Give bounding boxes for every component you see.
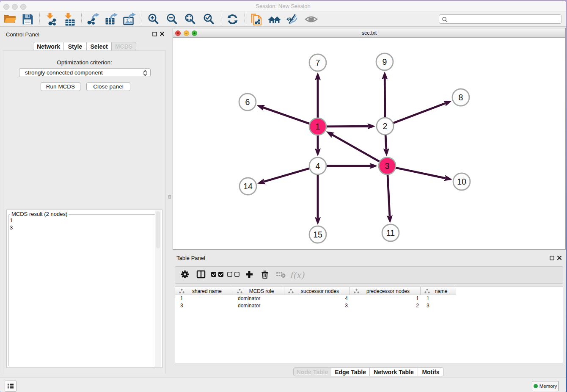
table-cell: 1 [175,295,234,302]
column-header-MCDS-role[interactable]: MCDS role [233,287,284,295]
deselect-all-button[interactable] [226,267,240,283]
memory-label: Memory [539,384,557,389]
tab-style[interactable]: Style [64,42,87,51]
gear-button[interactable] [178,267,192,283]
select-all-icon [210,270,224,280]
split-pane-button[interactable] [194,267,208,283]
zoom-fit-button[interactable] [182,13,198,27]
task-history-button[interactable] [5,381,17,392]
column-header-shared-name[interactable]: shared name [175,287,233,295]
close-panel-button[interactable]: Close panel [86,82,130,91]
toolbar-separator [221,13,221,24]
graph-node-11[interactable]: 11 [382,224,399,241]
graph-node-2[interactable]: 2 [377,118,394,135]
delete-button[interactable] [258,267,272,283]
tab-network[interactable]: Network [33,42,64,51]
tab-select[interactable]: Select [87,42,112,51]
mcds-result-list[interactable]: 13 [10,217,13,231]
search-input[interactable] [439,14,562,24]
toolbar-separator [39,13,40,24]
optimization-criterion-select[interactable]: strongly connected component [19,68,151,77]
export-table-button[interactable] [103,13,118,27]
graph-node-9[interactable]: 9 [376,53,393,70]
mcds-result-item[interactable]: 1 [10,217,13,224]
svg-text:10: 10 [457,177,466,186]
refresh-button[interactable] [225,13,240,27]
close-panel-icon[interactable] [160,31,165,36]
svg-text:1: 1 [316,122,320,131]
select-all-button[interactable] [210,267,224,283]
column-tree-icon [354,289,359,294]
graph-node-4[interactable]: 4 [309,157,326,174]
table-row[interactable]: 3dominator323 [175,302,458,309]
column-header-successor-nodes[interactable]: successor nodes [284,287,350,295]
graph-node-10[interactable]: 10 [453,173,470,190]
svg-text:11: 11 [386,228,395,237]
mcds-tab-content: Optimization criterion: strongly connect… [3,50,166,374]
table-tab-node-table[interactable]: Node Table [293,367,331,376]
table-cell: 1 [351,295,422,302]
hide-eye-button[interactable] [284,13,300,27]
export-table-icon [104,12,118,28]
network-graph-canvas[interactable]: 7 9 6 8 1 2 4 3 14 10 15 11 [173,38,565,249]
memory-button[interactable]: Memory [532,381,559,391]
float-table-panel-icon[interactable] [550,256,554,260]
import-table-button[interactable] [62,13,77,27]
svg-text:2: 2 [383,121,388,131]
vertical-splitter-handle[interactable] [168,195,171,199]
zoom-in-button[interactable] [146,13,161,27]
mcds-result-scrollbar[interactable] [155,210,161,367]
zoom-selected-button[interactable] [201,13,216,27]
genemania-homes-button[interactable] [267,13,282,27]
graph-edge-3-1[interactable] [332,135,387,166]
export-image-button[interactable] [121,13,137,27]
mcds-result-item[interactable]: 3 [10,224,13,232]
toolbar-separator [141,13,141,24]
genemania-homes-icon [267,12,281,28]
copy-share-button[interactable] [249,13,264,27]
save-session-button[interactable] [20,13,35,27]
graph-node-1[interactable]: 1 [309,118,326,135]
graph-node-15[interactable]: 15 [309,226,326,243]
table-tab-network-table[interactable]: Network Table [370,367,418,376]
function-button: f(x) [290,267,304,283]
column-header-predecessor-nodes[interactable]: predecessor nodes [350,287,421,295]
node-table: shared nameMCDS rolesuccessor nodesprede… [175,287,563,363]
mcds-scrollbar-thumb[interactable] [156,211,160,248]
close-table-panel-icon[interactable] [557,255,562,260]
run-mcds-button[interactable]: Run MCDS [41,82,80,91]
add-button[interactable] [242,267,256,283]
select-chevrons-icon [143,70,147,76]
column-tree-icon [237,289,242,294]
graph-node-3[interactable]: 3 [379,157,396,174]
tab-mcds[interactable]: MCDS [112,42,136,51]
svg-text:14: 14 [243,182,253,191]
import-network-button[interactable] [44,13,59,27]
import-table-icon [63,12,77,28]
network-window-title: scc.txt [173,30,565,36]
table-cell: dominator [234,302,285,309]
application-window: Session: New Session [0,1,566,392]
float-panel-icon[interactable] [152,32,157,36]
export-network-button[interactable] [85,13,100,27]
mcds-result-box: MCDS result (2 nodes) 13 [6,210,162,368]
graph-node-7[interactable]: 7 [309,54,326,71]
graph-node-6[interactable]: 6 [239,94,256,110]
split-pane-icon [196,270,206,280]
graph-node-14[interactable]: 14 [239,178,256,195]
list-icon [7,383,14,389]
show-eye-button[interactable] [303,13,319,27]
open-session-button[interactable] [2,13,17,27]
column-label: predecessor nodes [350,288,420,294]
table-row[interactable]: 1dominator411 [175,295,458,302]
zoom-out-button[interactable] [164,13,179,27]
table-tab-motifs[interactable]: Motifs [418,367,444,376]
column-header-name[interactable]: name [421,287,456,295]
graph-edge-2-8[interactable] [385,103,446,126]
search-icon [442,17,448,23]
main-toolbar [0,11,566,27]
table-tab-edge-table[interactable]: Edge Table [331,367,370,376]
graph-node-8[interactable]: 8 [452,89,469,106]
deselect-all-icon [226,270,240,280]
network-window-titlebar[interactable]: ✕ – + scc.txt [173,28,565,38]
